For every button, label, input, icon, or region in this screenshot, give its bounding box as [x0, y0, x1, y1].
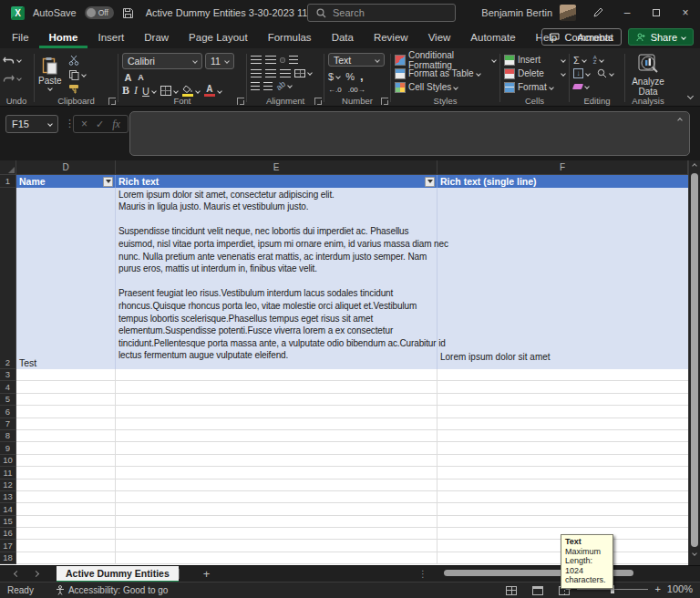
- scroll-down-icon[interactable]: [692, 551, 697, 556]
- column-header-e[interactable]: E: [116, 160, 438, 175]
- empty-cell[interactable]: [438, 479, 688, 491]
- column-header-d[interactable]: D: [16, 160, 116, 175]
- empty-cell[interactable]: [116, 540, 438, 552]
- cut-button[interactable]: [68, 55, 86, 66]
- empty-cell[interactable]: [16, 540, 116, 552]
- fill-color-button[interactable]: [182, 86, 200, 97]
- format-as-table-button[interactable]: Format as Table: [395, 67, 496, 80]
- row-header-6[interactable]: 6: [0, 406, 16, 418]
- collapse-formula-bar-icon[interactable]: [677, 118, 683, 123]
- cell-d1[interactable]: Name: [16, 175, 116, 188]
- empty-cell[interactable]: [438, 406, 688, 418]
- empty-cell[interactable]: [16, 369, 116, 381]
- empty-cell[interactable]: [438, 516, 688, 528]
- share-button[interactable]: Share: [628, 28, 694, 46]
- cell-styles-button[interactable]: Cell Styles: [395, 80, 496, 94]
- font-dialog-launcher[interactable]: [237, 98, 244, 105]
- empty-cell[interactable]: [16, 491, 116, 503]
- empty-cell[interactable]: [116, 528, 438, 540]
- normal-view-icon[interactable]: [506, 586, 517, 595]
- row-header-11[interactable]: 11: [0, 467, 16, 479]
- empty-cell[interactable]: [438, 442, 688, 454]
- tab-formulas[interactable]: Formulas: [258, 26, 322, 48]
- row-header-13[interactable]: 13: [0, 491, 16, 503]
- empty-cell[interactable]: [116, 430, 438, 442]
- row-header-17[interactable]: 17: [0, 540, 16, 552]
- alignment-dialog-launcher[interactable]: [314, 98, 322, 105]
- tab-view[interactable]: View: [418, 26, 461, 48]
- borders-button[interactable]: [160, 86, 178, 96]
- row-header-5[interactable]: 5: [0, 394, 16, 406]
- tab-file[interactable]: File: [2, 26, 39, 48]
- empty-cell[interactable]: [16, 442, 116, 454]
- cell-e1[interactable]: Rich text: [116, 175, 438, 188]
- empty-cell[interactable]: [16, 430, 116, 442]
- font-size-select[interactable]: 11: [205, 53, 234, 69]
- empty-cell[interactable]: [116, 491, 438, 503]
- wrap-text-button[interactable]: [289, 56, 298, 64]
- empty-cell[interactable]: [116, 381, 438, 393]
- align-right-button[interactable]: [280, 69, 291, 77]
- empty-cell[interactable]: [116, 369, 438, 381]
- empty-cell[interactable]: [16, 394, 116, 406]
- row-header-18[interactable]: 18: [0, 552, 16, 564]
- enter-button[interactable]: ✓: [96, 119, 104, 130]
- vertical-scrollbar[interactable]: [688, 160, 700, 565]
- format-painter-button[interactable]: [68, 84, 86, 94]
- row-header-4[interactable]: 4: [0, 381, 16, 393]
- empty-cell[interactable]: [16, 503, 116, 515]
- empty-cell[interactable]: [16, 528, 116, 540]
- copy-button[interactable]: [68, 69, 86, 80]
- add-sheet-button[interactable]: +: [203, 567, 211, 581]
- analyze-data-button[interactable]: Analyze Data: [629, 53, 667, 97]
- merge-center-button[interactable]: [294, 69, 312, 77]
- empty-cell[interactable]: [438, 503, 688, 515]
- cell-f2[interactable]: Lorem ipsum dolor sit amet: [438, 188, 688, 369]
- sheet-tab-active[interactable]: Active Dummy Entities: [57, 566, 179, 583]
- increase-decimal-button[interactable]: ←.0: [328, 86, 342, 94]
- tab-page-layout[interactable]: Page Layout: [179, 26, 258, 48]
- formula-input[interactable]: [129, 111, 690, 156]
- empty-cell[interactable]: [16, 467, 116, 479]
- filter-button[interactable]: [425, 177, 435, 187]
- find-select-button[interactable]: [597, 68, 613, 78]
- empty-cell[interactable]: [16, 418, 116, 430]
- save-icon[interactable]: [122, 7, 134, 19]
- align-left-button[interactable]: [251, 69, 262, 77]
- paste-button[interactable]: Paste: [38, 57, 62, 90]
- row-header-2[interactable]: 2: [0, 188, 16, 369]
- filter-button[interactable]: [103, 177, 113, 187]
- empty-cell[interactable]: [16, 479, 116, 491]
- align-middle-button[interactable]: [265, 56, 276, 64]
- minimize-button[interactable]: –: [612, 0, 642, 26]
- empty-cell[interactable]: [116, 442, 438, 454]
- search-input[interactable]: Search: [307, 4, 456, 22]
- empty-cell[interactable]: [16, 552, 116, 564]
- tab-review[interactable]: Review: [364, 26, 418, 48]
- conditional-formatting-button[interactable]: Conditional Formatting: [395, 53, 496, 67]
- format-cells-button[interactable]: Format: [504, 80, 565, 94]
- empty-cell[interactable]: [438, 430, 688, 442]
- empty-cell[interactable]: [438, 455, 688, 467]
- cell-d2[interactable]: Test: [16, 188, 116, 369]
- column-header-f[interactable]: F: [438, 160, 688, 175]
- font-color-button[interactable]: A: [204, 86, 221, 97]
- decrease-indent-button[interactable]: [251, 82, 260, 90]
- previous-sheet-icon[interactable]: [14, 571, 20, 577]
- pen-icon[interactable]: [583, 0, 612, 26]
- tab-draw[interactable]: Draw: [134, 26, 179, 48]
- empty-cell[interactable]: [16, 516, 116, 528]
- sort-filter-button[interactable]: AZ: [593, 56, 603, 65]
- font-family-select[interactable]: Calibri: [122, 53, 202, 69]
- empty-cell[interactable]: [116, 406, 438, 418]
- maximize-button[interactable]: [642, 0, 671, 26]
- scroll-up-icon[interactable]: [692, 163, 697, 169]
- next-sheet-icon[interactable]: [33, 571, 39, 577]
- empty-cell[interactable]: [116, 467, 438, 479]
- empty-cell[interactable]: [438, 369, 688, 381]
- tab-automate[interactable]: Automate: [460, 26, 525, 48]
- undo-button[interactable]: [3, 53, 30, 67]
- empty-cell[interactable]: [438, 394, 688, 406]
- comma-button[interactable]: ,: [360, 69, 364, 83]
- row-header-8[interactable]: 8: [0, 430, 16, 442]
